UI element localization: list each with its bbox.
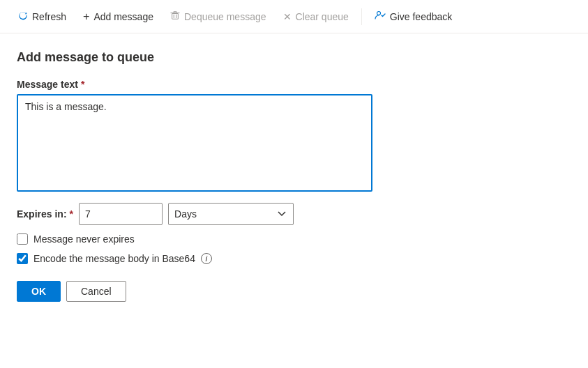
never-expires-row: Message never expires — [17, 233, 571, 245]
expires-row: Expires in: * Days Hours Minutes Seconds — [17, 203, 571, 225]
never-expires-label[interactable]: Message never expires — [33, 233, 135, 245]
add-message-button[interactable]: + Add message — [76, 6, 160, 27]
refresh-label: Refresh — [32, 11, 66, 22]
trash-icon — [170, 10, 180, 22]
add-message-label: Add message — [93, 11, 153, 22]
message-textarea[interactable]: This is a message. — [17, 94, 372, 192]
button-row: OK Cancel — [17, 281, 571, 302]
page-title: Add message to queue — [17, 50, 571, 65]
encode-base64-label[interactable]: Encode the message body in Base64 — [33, 253, 195, 264]
encode-row: Encode the message body in Base64 i — [17, 253, 571, 264]
close-icon: ✕ — [283, 11, 292, 22]
dequeue-message-label: Dequeue message — [184, 11, 266, 22]
svg-point-3 — [377, 12, 380, 15]
svg-rect-0 — [172, 13, 179, 19]
toolbar-divider — [361, 8, 362, 25]
clear-queue-button[interactable]: ✕ Clear queue — [276, 7, 356, 26]
expires-unit-select[interactable]: Days Hours Minutes Seconds — [168, 203, 294, 225]
toolbar: Refresh + Add message Dequeue message ✕ … — [0, 0, 588, 33]
required-star-expires: * — [70, 208, 73, 220]
expires-in-label: Expires in: * — [17, 208, 73, 220]
cancel-button[interactable]: Cancel — [66, 281, 126, 302]
give-feedback-label: Give feedback — [390, 11, 453, 22]
refresh-icon — [18, 10, 28, 22]
add-icon: + — [83, 10, 89, 23]
encode-base64-checkbox[interactable] — [17, 253, 28, 264]
give-feedback-button[interactable]: Give feedback — [368, 6, 460, 27]
feedback-icon — [375, 10, 386, 23]
message-text-label: Message text * — [17, 79, 571, 90]
clear-queue-label: Clear queue — [296, 11, 349, 22]
main-content: Add message to queue Message text * This… — [0, 33, 588, 316]
never-expires-checkbox[interactable] — [17, 233, 28, 245]
dequeue-message-button[interactable]: Dequeue message — [163, 6, 273, 26]
required-star-message: * — [81, 79, 84, 90]
info-icon[interactable]: i — [201, 253, 212, 264]
ok-button[interactable]: OK — [17, 281, 61, 302]
refresh-button[interactable]: Refresh — [11, 6, 73, 26]
expires-number-input[interactable] — [79, 203, 163, 225]
